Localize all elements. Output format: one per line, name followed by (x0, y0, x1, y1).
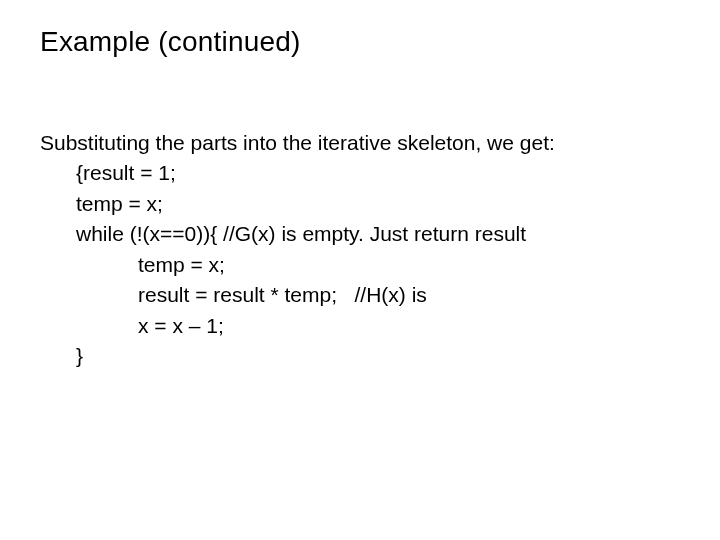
code-line-2: temp = x; (40, 189, 680, 219)
slide-body: Substituting the parts into the iterativ… (40, 128, 680, 372)
code-line-1: {result = 1; (40, 158, 680, 188)
code-line-5: result = result * temp; //H(x) is (40, 280, 680, 310)
body-intro: Substituting the parts into the iterativ… (40, 128, 680, 158)
code-line-4: temp = x; (40, 250, 680, 280)
slide-title: Example (continued) (40, 26, 680, 58)
code-line-6: x = x – 1; (40, 311, 680, 341)
code-line-3: while (!(x==0)){ //G(x) is empty. Just r… (40, 219, 680, 249)
code-line-7: } (40, 341, 680, 371)
slide: Example (continued) Substituting the par… (0, 0, 720, 540)
